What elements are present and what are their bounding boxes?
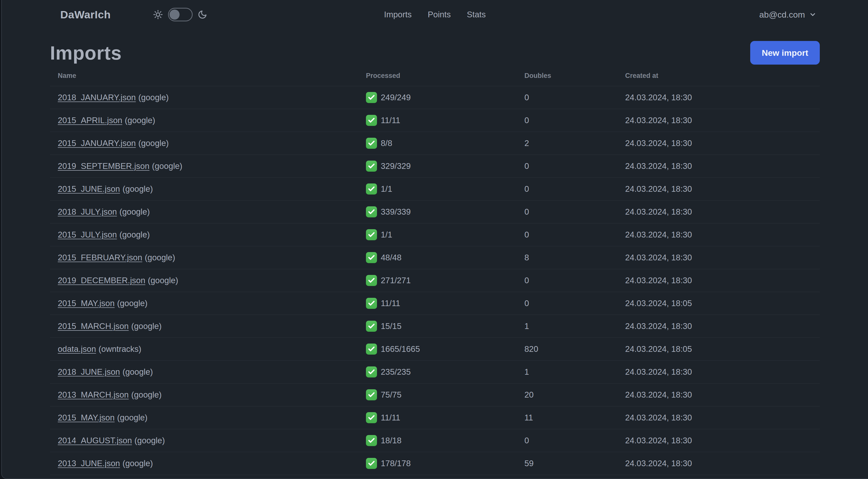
doubles-count: 1	[524, 322, 625, 331]
success-check-icon	[366, 115, 377, 126]
created-at: 24.03.2024, 18:30	[625, 459, 820, 468]
processed-count: 18/18	[381, 436, 402, 445]
theme-switch-knob	[169, 9, 180, 20]
nav-link-stats[interactable]: Stats	[467, 10, 486, 19]
table-header-row: Name Processed Doubles Created at	[50, 65, 820, 86]
import-file-link[interactable]: odata.json	[58, 344, 96, 354]
doubles-count: 2	[524, 139, 625, 148]
import-file-link[interactable]: 2019_DECEMBER.json	[58, 276, 146, 285]
column-header-processed: Processed	[366, 72, 524, 80]
import-source: (google)	[123, 459, 153, 468]
created-at: 24.03.2024, 18:30	[625, 116, 820, 125]
table-row: 2015_MARCH.json(google) 15/15 1 24.03.20…	[50, 315, 820, 338]
import-file-link[interactable]: 2015_FEBRUARY.json	[58, 253, 142, 262]
doubles-count: 20	[524, 390, 625, 399]
success-check-icon	[366, 412, 377, 423]
created-at: 24.03.2024, 18:30	[625, 161, 820, 171]
table-body: 2018_JANUARY.json(google) 249/249 0 24.0…	[50, 86, 820, 479]
import-source: (google)	[125, 116, 155, 125]
table-row: 2018_JANUARY.json(google) 249/249 0 24.0…	[50, 86, 820, 109]
column-header-name: Name	[50, 72, 366, 80]
table-row: 2019_DECEMBER.json(google) 271/271 0 24.…	[50, 269, 820, 292]
import-file-link[interactable]: 2014_AUGUST.json	[58, 436, 132, 445]
table-row: 2018_JULY.json(google) 339/339 0 24.03.2…	[50, 201, 820, 223]
import-file-link[interactable]: 2018_JANUARY.json	[58, 93, 136, 102]
user-menu[interactable]: ab@cd.com	[759, 10, 816, 20]
processed-count: 249/249	[381, 93, 411, 102]
table-row: 2018_JUNE.json(google) 235/235 1 24.03.2…	[50, 361, 820, 384]
theme-switch[interactable]	[168, 8, 193, 21]
import-source: (google)	[123, 184, 153, 193]
created-at: 24.03.2024, 18:30	[625, 276, 820, 285]
processed-count: 8/8	[381, 139, 392, 148]
success-check-icon	[366, 343, 377, 355]
success-check-icon	[366, 206, 377, 217]
import-file-link[interactable]: 2015_JUNE.json	[58, 184, 120, 193]
import-file-link[interactable]: 2018_JULY.json	[58, 207, 117, 216]
processed-count: 11/11	[381, 299, 400, 308]
import-source: (google)	[148, 276, 178, 285]
table-row: 2015_JANUARY.json(google) 8/8 2 24.03.20…	[50, 132, 820, 155]
import-file-link[interactable]: 2019_SEPTEMBER.json	[58, 161, 149, 171]
processed-count: 235/235	[381, 367, 411, 377]
created-at: 24.03.2024, 18:30	[625, 139, 820, 148]
table-row	[50, 475, 820, 479]
created-at: 24.03.2024, 18:05	[625, 344, 820, 354]
app-window: DaWarIch	[1, 0, 868, 479]
processed-count: 75/75	[381, 390, 402, 399]
import-source: (google)	[117, 299, 148, 308]
success-check-icon	[366, 389, 377, 400]
doubles-count: 0	[524, 436, 625, 445]
processed-count: 11/11	[381, 116, 400, 125]
success-check-icon	[366, 366, 377, 378]
import-file-link[interactable]: 2013_JUNE.json	[58, 459, 120, 468]
import-source: (google)	[131, 390, 161, 399]
created-at: 24.03.2024, 18:30	[625, 93, 820, 102]
success-check-icon	[366, 160, 377, 172]
nav-link-imports[interactable]: Imports	[384, 10, 412, 19]
imports-table: Name Processed Doubles Created at 2018_J…	[50, 65, 820, 479]
doubles-count: 0	[524, 184, 625, 194]
nav-link-points[interactable]: Points	[428, 10, 451, 19]
import-file-link[interactable]: 2015_MARCH.json	[58, 322, 129, 331]
created-at: 24.03.2024, 18:05	[625, 299, 820, 308]
import-file-link[interactable]: 2015_JANUARY.json	[58, 139, 136, 148]
doubles-count: 0	[524, 276, 625, 285]
doubles-count: 1	[524, 367, 625, 377]
import-source: (google)	[138, 139, 169, 148]
success-check-icon	[366, 458, 377, 469]
table-row: 2015_MAY.json(google) 11/11 0 24.03.2024…	[50, 292, 820, 315]
processed-count: 271/271	[381, 276, 411, 285]
table-row: 2015_FEBRUARY.json(google) 48/48 8 24.03…	[50, 246, 820, 269]
import-source: (google)	[131, 322, 161, 331]
chevron-down-icon	[809, 11, 816, 18]
created-at: 24.03.2024, 18:30	[625, 390, 820, 399]
nav-links: Imports Points Stats	[384, 10, 486, 19]
doubles-count: 0	[524, 161, 625, 171]
table-row: 2013_MARCH.json(google) 75/75 20 24.03.2…	[50, 384, 820, 407]
doubles-count: 0	[524, 230, 625, 239]
success-check-icon	[366, 321, 377, 332]
import-file-link[interactable]: 2015_MAY.json	[58, 299, 115, 308]
import-file-link[interactable]: 2015_APRIL.json	[58, 116, 122, 125]
import-file-link[interactable]: 2015_MAY.json	[58, 413, 115, 422]
import-file-link[interactable]: 2013_MARCH.json	[58, 390, 129, 399]
import-source: (google)	[123, 367, 153, 377]
import-source: (google)	[152, 161, 182, 171]
processed-count: 339/339	[381, 207, 411, 217]
table-row: 2019_SEPTEMBER.json(google) 329/329 0 24…	[50, 155, 820, 178]
import-file-link[interactable]: 2018_JUNE.json	[58, 367, 120, 377]
import-source: (google)	[117, 413, 148, 422]
success-check-icon	[366, 138, 377, 149]
doubles-count: 0	[524, 299, 625, 308]
new-import-button[interactable]: New import	[750, 41, 820, 65]
import-file-link[interactable]: 2015_JULY.json	[58, 230, 117, 239]
table-row: 2013_JUNE.json(google) 178/178 59 24.03.…	[50, 452, 820, 475]
doubles-count: 8	[524, 253, 625, 262]
moon-icon	[198, 10, 207, 19]
navbar: DaWarIch	[2, 0, 868, 29]
app-logo: DaWarIch	[60, 8, 111, 21]
created-at: 24.03.2024, 18:30	[625, 436, 820, 445]
success-check-icon	[366, 229, 377, 240]
created-at: 24.03.2024, 18:30	[625, 322, 820, 331]
